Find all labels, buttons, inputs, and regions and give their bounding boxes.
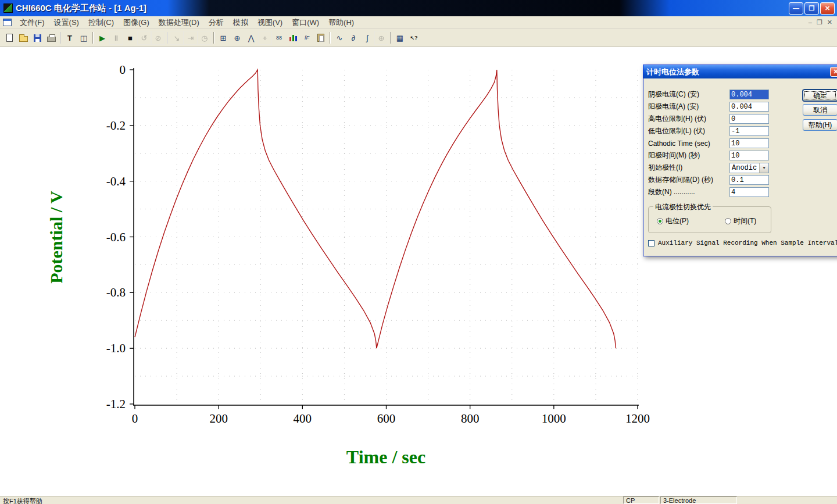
title-bar: CHI660C 电化学工作站 - [1 Ag-1] — ❐ ✕: [0, 0, 837, 16]
radio-row: 电位(P)时间(T): [657, 216, 756, 226]
font-icon[interactable]: fF: [300, 31, 314, 45]
step-sequence-icon: ⇥: [184, 31, 198, 45]
y-tick-label: -0.8: [106, 285, 126, 299]
param-input-7[interactable]: [729, 175, 769, 185]
menu-analysis[interactable]: 分析: [204, 16, 228, 30]
copy-to-clipboard-icon[interactable]: [314, 31, 328, 45]
document-icon[interactable]: [3, 19, 12, 26]
menu-setup[interactable]: 设置(S): [49, 16, 84, 30]
initial-polarity-select[interactable]: Anodic▼: [729, 163, 769, 173]
initial-polarity-value: Anodic: [732, 164, 757, 172]
digital-display-icon[interactable]: 88: [272, 31, 286, 45]
inspect-icon: ⊕: [374, 31, 388, 45]
data-listing-icon[interactable]: ▦: [393, 31, 407, 45]
param-input-8[interactable]: [729, 187, 769, 197]
run-experiment-icon[interactable]: ▶: [95, 31, 109, 45]
menu-file[interactable]: 文件(F): [15, 16, 49, 30]
param-input-3[interactable]: [729, 126, 769, 136]
x-axis-title: Time / sec: [346, 446, 425, 467]
pause-icon: ‖: [109, 31, 123, 45]
aux-signal-checkbox[interactable]: [648, 240, 654, 246]
param-input-2[interactable]: [729, 114, 769, 124]
x-tick-label: 1200: [625, 412, 650, 426]
dialog-title-bar[interactable]: 计时电位法参数 ✕: [643, 65, 837, 78]
dialog-close-icon[interactable]: ✕: [830, 67, 837, 77]
menu-simulation[interactable]: 模拟: [228, 16, 253, 30]
sep-2: [92, 32, 94, 44]
sep-3: [167, 32, 168, 44]
cancel-button[interactable]: 取消: [803, 104, 837, 116]
data-bars-icon[interactable]: [286, 31, 300, 45]
zoom-in-icon[interactable]: ⊕: [230, 31, 244, 45]
timer-icon: ◷: [201, 34, 208, 42]
status-help-text: 按F1获得帮助: [3, 497, 42, 504]
child-restore-button[interactable]: ❐: [817, 19, 822, 26]
y-tick-label: -0.4: [106, 174, 126, 188]
grid-dots: [135, 70, 638, 404]
menu-control[interactable]: 控制(C): [84, 16, 119, 30]
derivative-icon[interactable]: ∂: [346, 31, 360, 45]
menu-help[interactable]: 帮助(H): [324, 16, 359, 30]
chevron-down-icon[interactable]: ▼: [759, 163, 768, 173]
child-minimize-button[interactable]: –: [809, 19, 812, 26]
run-experiment-icon: ▶: [99, 34, 105, 42]
print-icon: [47, 37, 56, 42]
smooth-curve-icon[interactable]: ∿: [332, 31, 346, 45]
menu-view[interactable]: 视图(V): [253, 16, 287, 30]
toolbar: T◫▶‖■↺⊘↘⇥◷⊞⊕⋀⌖88fF∿∂∫⊕▦↖?: [0, 29, 837, 47]
open-file-icon[interactable]: [16, 31, 30, 45]
smooth-curve-icon: ∿: [337, 34, 343, 42]
param-label: 段数(N) ...........: [648, 187, 729, 197]
context-help-icon[interactable]: ↖?: [407, 31, 421, 45]
sep-1: [60, 32, 61, 44]
help-button[interactable]: 帮助(H): [803, 119, 837, 131]
param-input-4[interactable]: [729, 138, 769, 148]
param-row-7: 数据存储间隔(D) (秒): [648, 174, 769, 186]
zoom-window-icon[interactable]: ⊞: [216, 31, 230, 45]
param-input-0[interactable]: [729, 90, 769, 99]
stop-icon[interactable]: ■: [123, 31, 137, 45]
close-button[interactable]: ✕: [820, 2, 835, 15]
radio-potential[interactable]: 电位(P): [657, 216, 689, 226]
menu-dataproc[interactable]: 数据处理(D): [154, 16, 204, 30]
zoom-in-icon: ⊕: [234, 34, 241, 42]
child-close-button[interactable]: ✕: [827, 19, 832, 26]
menu-bar: 文件(F) 设置(S) 控制(C) 图像(G) 数据处理(D) 分析 模拟 视图…: [0, 16, 837, 29]
text-label-icon: T: [67, 34, 72, 42]
dialog-title: 计时电位法参数: [646, 67, 699, 77]
sep-5: [330, 32, 331, 44]
radio-label: 时间(T): [734, 216, 756, 226]
window-layout-icon[interactable]: ◫: [77, 31, 91, 45]
x-tick-label: 600: [377, 412, 396, 426]
save-icon[interactable]: [30, 31, 44, 45]
peak-marker-icon: ⋀: [248, 34, 255, 42]
new-file-icon[interactable]: [2, 31, 16, 45]
reverse-scan-icon: ↺: [137, 31, 151, 45]
param-label: 阳极电流(A) (安): [648, 102, 729, 112]
radio-button-icon[interactable]: [725, 218, 731, 224]
restore-button[interactable]: ❐: [804, 2, 819, 15]
digital-display-icon: 88: [276, 35, 282, 41]
group-title: 电流极性切换优先: [653, 202, 713, 212]
menu-window[interactable]: 窗口(W): [287, 16, 324, 30]
stop-icon: ■: [128, 34, 133, 42]
param-input-5[interactable]: [729, 151, 769, 160]
peak-marker-icon[interactable]: ⋀: [244, 31, 258, 45]
radio-time[interactable]: 时间(T): [725, 216, 756, 226]
font-icon: fF: [305, 35, 309, 41]
status-technique-badge: CP: [623, 496, 659, 504]
radio-button-icon[interactable]: [657, 218, 663, 224]
polarity-switch-group: 电流极性切换优先 电位(P)时间(T): [648, 206, 771, 233]
minimize-button[interactable]: —: [789, 2, 803, 15]
integrate-icon[interactable]: ∫: [360, 31, 374, 45]
sep-6: [390, 32, 391, 44]
x-tick-label: 400: [294, 412, 312, 426]
print-icon[interactable]: [44, 31, 58, 45]
menu-graphics[interactable]: 图像(G): [119, 16, 154, 30]
ok-button[interactable]: 确定: [803, 90, 837, 101]
text-label-icon[interactable]: T: [63, 31, 77, 45]
param-input-1[interactable]: [729, 102, 769, 112]
window-title: CHI660C 电化学工作站 - [1 Ag-1]: [16, 3, 788, 14]
y-tick-label: -0.6: [106, 230, 126, 244]
y-tick-label: -1.0: [106, 341, 126, 355]
